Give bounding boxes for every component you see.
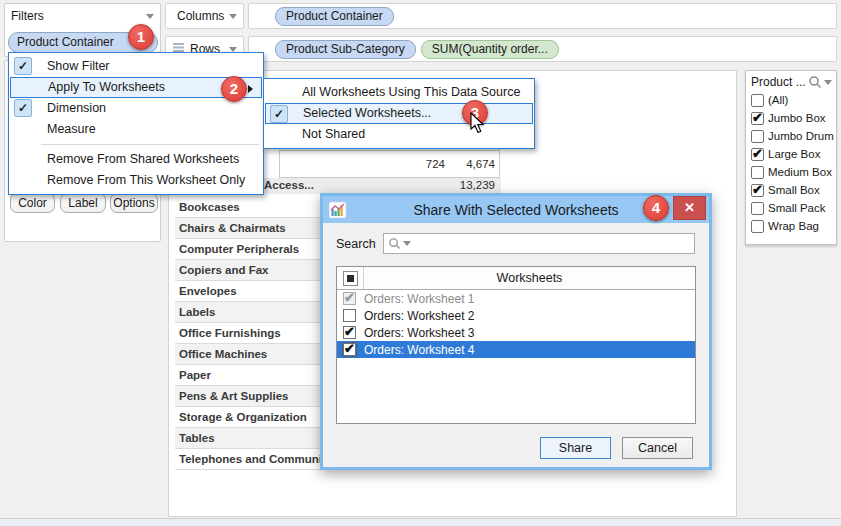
- unchecked-checkbox[interactable]: [751, 220, 764, 233]
- row-header-storage-organization[interactable]: Storage & Organization: [175, 407, 321, 428]
- worksheets-column-header: Worksheets: [364, 271, 695, 285]
- menu-item-label: Selected Worksheets...: [303, 106, 431, 120]
- menu-item-remove-from-shared-worksheets[interactable]: Remove From Shared Worksheets: [9, 149, 263, 170]
- search-input[interactable]: [383, 233, 695, 254]
- unchecked-checkbox[interactable]: [751, 130, 764, 143]
- unchecked-checkbox[interactable]: [751, 202, 764, 215]
- row-header-computer-peripherals[interactable]: Computer Peripherals: [175, 239, 321, 260]
- quick-filter-item-label: Medium Box: [768, 166, 832, 178]
- quick-filter-item-large-box[interactable]: Large Box: [746, 145, 836, 163]
- menu-item-label: Remove From This Worksheet Only: [47, 173, 245, 187]
- submenu-item-selected-worksheets[interactable]: ✓Selected Worksheets...: [265, 103, 533, 124]
- submenu-arrow-icon: [248, 85, 253, 93]
- checkmark-icon: ✓: [270, 105, 288, 123]
- quick-filter-item-jumbo-drum[interactable]: Jumbo Drum: [746, 127, 836, 145]
- quick-filter-item-wrap-bag[interactable]: Wrap Bag: [746, 217, 836, 235]
- checked-checkbox[interactable]: [751, 184, 764, 197]
- apply-to-worksheets-submenu: All Worksheets Using This Data Source✓Se…: [263, 78, 535, 149]
- row-header-pens-art-supplies[interactable]: Pens & Art Supplies: [175, 386, 321, 407]
- menu-separator: [41, 144, 259, 145]
- menu-item-label: Remove From Shared Worksheets: [47, 152, 239, 166]
- quick-filter-item-label: Large Box: [768, 148, 820, 160]
- tableau-chart-icon: [329, 201, 347, 219]
- unchecked-checkbox[interactable]: [751, 166, 764, 179]
- filter-pill-label: Product Container: [17, 33, 114, 52]
- checked-checkbox[interactable]: [343, 343, 356, 356]
- menu-item-remove-from-this-worksheet-only[interactable]: Remove From This Worksheet Only: [9, 170, 263, 191]
- submenu-item-not-shared[interactable]: Not Shared: [264, 124, 534, 145]
- row-header-tables[interactable]: Tables: [175, 428, 321, 449]
- table-row-header[interactable]: Access...: [264, 179, 314, 191]
- quick-filter-item-medium-box[interactable]: Medium Box: [746, 163, 836, 181]
- submenu-item-all-worksheets-using-this-data-source[interactable]: All Worksheets Using This Data Source: [264, 82, 534, 103]
- worksheet-row-orders-worksheet-3[interactable]: Orders: Worksheet 3: [337, 324, 695, 341]
- cancel-button[interactable]: Cancel: [622, 437, 693, 459]
- row-header-bookcases[interactable]: Bookcases: [175, 197, 321, 218]
- row-header-envelopes[interactable]: Envelopes: [175, 281, 321, 302]
- chevron-down-icon[interactable]: [824, 80, 832, 85]
- quick-filter-item-all[interactable]: (All): [746, 91, 836, 109]
- worksheet-row-label: Orders: Worksheet 3: [364, 326, 474, 340]
- row-header-labels[interactable]: Labels: [175, 302, 321, 323]
- options-button[interactable]: Options: [110, 193, 158, 213]
- table-gridline: [279, 150, 499, 151]
- chevron-down-icon: [403, 241, 411, 246]
- row-header-office-machines[interactable]: Office Machines: [175, 344, 321, 365]
- row-header-office-furnishings[interactable]: Office Furnishings: [175, 323, 321, 344]
- tableau-workspace: Columns Product Container Rows Product S…: [0, 0, 841, 526]
- table-gridline: [279, 150, 280, 178]
- worksheet-row-orders-worksheet-4[interactable]: Orders: Worksheet 4: [337, 341, 695, 358]
- quick-filter-title: Product ...: [751, 75, 806, 89]
- row-header-chairs-chairmats[interactable]: Chairs & Chairmats: [175, 218, 321, 239]
- quick-filter-item-small-box[interactable]: Small Box: [746, 181, 836, 199]
- chevron-down-icon[interactable]: [229, 14, 237, 19]
- row-header-telephones-and-communica[interactable]: Telephones and Communica...: [175, 449, 321, 470]
- select-all-checkbox[interactable]: [337, 267, 364, 289]
- menu-item-measure[interactable]: Measure: [9, 119, 263, 140]
- menu-item-label: Apply To Worksheets: [48, 80, 165, 94]
- menu-item-label: Measure: [47, 122, 96, 136]
- worksheet-row-label: Orders: Worksheet 2: [364, 309, 474, 323]
- chevron-down-icon[interactable]: [146, 14, 154, 19]
- quick-filter-item-label: Jumbo Drum: [768, 130, 834, 142]
- unchecked-checkbox[interactable]: [343, 309, 356, 322]
- table-cell-value: 13,239: [399, 179, 495, 191]
- unchecked-checkbox[interactable]: [751, 94, 764, 107]
- checked-checkbox[interactable]: [751, 112, 764, 125]
- columns-shelf[interactable]: Product Container: [248, 3, 837, 29]
- worksheet-row-orders-worksheet-2[interactable]: Orders: Worksheet 2: [337, 307, 695, 324]
- search-icon: [388, 237, 401, 250]
- menu-item-label: All Worksheets Using This Data Source: [302, 85, 520, 99]
- quick-filter-item-jumbo-box[interactable]: Jumbo Box: [746, 109, 836, 127]
- checked-checkbox[interactable]: [343, 292, 356, 305]
- quick-filter-panel: Product ... (All)Jumbo BoxJumbo DrumLarg…: [745, 70, 837, 245]
- close-icon[interactable]: ✕: [673, 196, 706, 220]
- search-icon[interactable]: [808, 75, 822, 89]
- subcategory-row-headers: BookcasesChairs & ChairmatsComputer Peri…: [175, 197, 321, 470]
- label-button[interactable]: Label: [60, 193, 106, 213]
- rows-shelf[interactable]: Product Sub-Category SUM(Quantity order.…: [248, 36, 837, 62]
- quick-filter-item-label: (All): [768, 94, 788, 106]
- menu-item-dimension[interactable]: ✓Dimension: [9, 98, 263, 119]
- share-button[interactable]: Share: [540, 437, 611, 459]
- menu-item-label: Not Shared: [302, 127, 365, 141]
- annotation-badge-4: 4: [643, 195, 669, 221]
- columns-shelf-label: Columns: [165, 3, 244, 29]
- worksheet-row-label: Orders: Worksheet 4: [364, 343, 474, 357]
- pill-sum-quantity[interactable]: SUM(Quantity order...: [421, 40, 559, 59]
- mouse-cursor-icon: [470, 112, 486, 134]
- menu-item-show-filter[interactable]: ✓Show Filter: [9, 56, 263, 77]
- pill-product-sub-category[interactable]: Product Sub-Category: [275, 40, 416, 59]
- worksheet-row-label: Orders: Worksheet 1: [364, 292, 474, 306]
- annotation-badge-2: 2: [221, 76, 247, 102]
- row-header-paper[interactable]: Paper: [175, 365, 321, 386]
- checked-checkbox[interactable]: [751, 148, 764, 161]
- pill-product-container[interactable]: Product Container: [275, 7, 394, 26]
- checked-checkbox[interactable]: [343, 326, 356, 339]
- color-button[interactable]: Color: [10, 193, 55, 213]
- worksheet-row-orders-worksheet-1[interactable]: Orders: Worksheet 1: [337, 290, 695, 307]
- status-strip: [0, 518, 841, 526]
- chevron-down-icon[interactable]: [229, 47, 237, 52]
- row-header-copiers-and-fax[interactable]: Copiers and Fax: [175, 260, 321, 281]
- quick-filter-item-small-pack[interactable]: Small Pack: [746, 199, 836, 217]
